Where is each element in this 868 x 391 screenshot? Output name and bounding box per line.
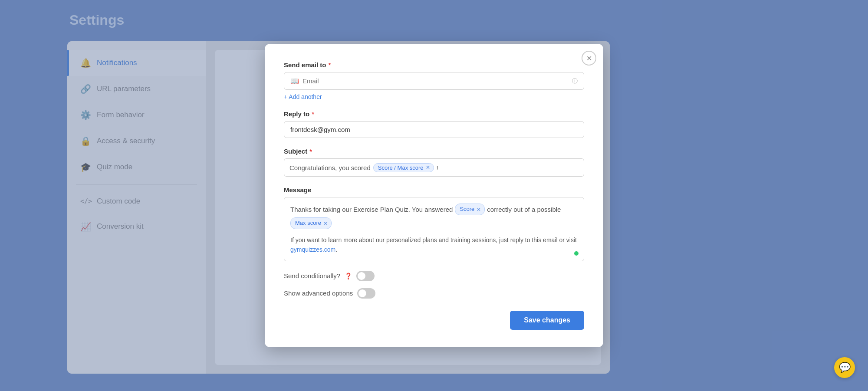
email-field[interactable]: [302, 77, 569, 85]
chat-button[interactable]: 💬: [834, 357, 855, 378]
subject-field[interactable]: Congratulations, you scored Score / Max …: [284, 158, 584, 177]
reply-to-group: Reply to *: [284, 110, 584, 138]
subject-tag-close[interactable]: ✕: [426, 165, 430, 170]
message-group: Message Thanks for taking our Exercise P…: [284, 186, 584, 261]
send-email-label: Send email to *: [284, 61, 584, 69]
required-star: *: [329, 61, 331, 69]
send-email-group: Send email to * 📖 ⓘ + Add another: [284, 61, 584, 101]
save-changes-button[interactable]: Save changes: [510, 311, 584, 330]
message-tag2: Max score ✕: [290, 217, 332, 229]
message-line-2: If you want to learn more about our pers…: [290, 235, 578, 255]
show-advanced-toggle[interactable]: [357, 288, 375, 299]
message-tag2-close[interactable]: ✕: [323, 221, 328, 226]
show-advanced-label: Show advanced options: [284, 289, 353, 297]
close-button[interactable]: ✕: [582, 51, 596, 66]
send-email-input[interactable]: 📖 ⓘ: [284, 72, 584, 90]
status-dot: [574, 251, 579, 256]
subject-suffix: !: [437, 164, 438, 171]
modal-footer: Save changes: [284, 311, 584, 330]
message-tag1-close[interactable]: ✕: [477, 207, 481, 212]
message-area[interactable]: Thanks for taking our Exercise Plan Quiz…: [284, 197, 584, 261]
message-prefix: Thanks for taking our Exercise Plan Quiz…: [290, 204, 453, 215]
chat-icon: 💬: [839, 362, 851, 373]
show-advanced-row: Show advanced options: [284, 288, 584, 299]
add-another-link[interactable]: + Add another: [284, 93, 322, 100]
reply-to-label: Reply to *: [284, 110, 584, 118]
send-conditionally-toggle[interactable]: [356, 271, 375, 281]
message-label: Message: [284, 186, 584, 194]
send-conditionally-label: Send conditionally?: [284, 272, 340, 279]
required-star: *: [312, 110, 314, 118]
subject-tag: Score / Max score ✕: [373, 163, 434, 172]
send-conditionally-row: Send conditionally? ❓: [284, 271, 584, 281]
subject-label: Subject *: [284, 148, 584, 155]
book-icon: 📖: [290, 77, 299, 85]
subject-group: Subject * Congratulations, you scored Sc…: [284, 148, 584, 177]
message-tag1: Score ✕: [455, 204, 485, 215]
modal-dialog: ✕ Send email to * 📖 ⓘ + Add another Repl…: [265, 44, 603, 347]
subject-prefix: Congratulations, you scored: [289, 164, 371, 171]
message-line-1: Thanks for taking our Exercise Plan Quiz…: [290, 204, 578, 229]
message-link[interactable]: gymquizzes.com: [290, 246, 335, 253]
help-icon[interactable]: ❓: [345, 273, 352, 279]
message-middle: correctly out of a possible: [487, 204, 561, 215]
required-star: *: [309, 148, 312, 155]
reply-to-input[interactable]: [284, 121, 584, 138]
info-icon[interactable]: ⓘ: [572, 77, 578, 85]
modal-overlay: ✕ Send email to * 📖 ⓘ + Add another Repl…: [0, 0, 868, 391]
